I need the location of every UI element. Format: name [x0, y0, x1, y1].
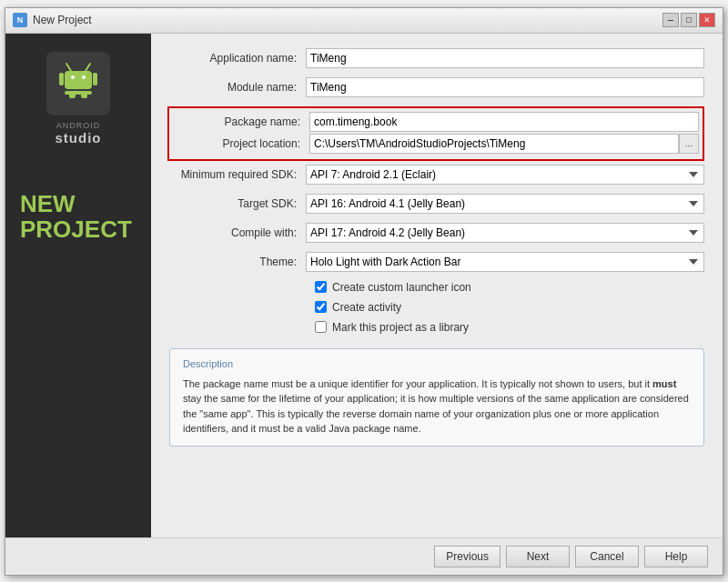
svg-rect-6	[59, 73, 64, 85]
project-location-label: Project location:	[173, 137, 309, 150]
svg-point-1	[71, 75, 75, 79]
checkboxes-area: Create custom launcher icon Create activ…	[315, 281, 704, 334]
svg-rect-8	[69, 91, 76, 98]
app-name-label: Application name:	[169, 52, 306, 65]
svg-line-3	[66, 64, 71, 71]
project-location-row: Project location: ...	[173, 134, 699, 154]
browse-button[interactable]: ...	[679, 134, 699, 154]
launcher-icon-checkbox[interactable]	[315, 281, 327, 293]
package-name-row: Package name:	[173, 112, 699, 132]
min-sdk-label: Minimum required SDK:	[169, 168, 306, 181]
studio-text: ANDROID studio	[56, 121, 102, 146]
description-text-part2: stay the same for the lifetime of your a…	[183, 393, 689, 434]
svg-rect-9	[81, 91, 87, 98]
description-bold: must	[652, 378, 676, 389]
android-robot-icon	[56, 56, 101, 110]
theme-label: Theme:	[169, 256, 306, 268]
module-name-input[interactable]	[306, 77, 704, 97]
highlighted-fields: Package name: Project location: ...	[167, 106, 704, 161]
window-icon: N	[13, 13, 27, 27]
create-activity-label: Create activity	[332, 301, 401, 314]
compile-with-row: Compile with: API 17: Android 4.2 (Jelly…	[169, 223, 704, 243]
svg-rect-7	[93, 73, 97, 85]
cancel-button[interactable]: Cancel	[575, 546, 639, 567]
launcher-icon-row: Create custom launcher icon	[315, 281, 704, 294]
target-sdk-label: Target SDK:	[169, 197, 306, 210]
create-activity-row: Create activity	[315, 301, 704, 314]
studio-label: studio	[56, 130, 102, 146]
module-name-row: Module name:	[169, 77, 704, 97]
module-name-label: Module name:	[169, 81, 306, 94]
main-panel: Application name: Module name: Package n…	[151, 34, 723, 537]
compile-with-select[interactable]: API 17: Android 4.2 (Jelly Bean)	[306, 223, 704, 243]
help-button[interactable]: Help	[644, 546, 708, 567]
previous-button[interactable]: Previous	[434, 546, 500, 567]
compile-with-label: Compile with:	[169, 226, 306, 239]
description-text-part1: The package name must be a unique identi…	[183, 378, 652, 389]
window-title: New Project	[33, 14, 662, 26]
launcher-icon-label: Create custom launcher icon	[332, 281, 471, 294]
theme-row: Theme: Holo Light with Dark Action Bar	[169, 252, 704, 272]
svg-rect-5	[65, 91, 92, 95]
app-name-input[interactable]	[306, 48, 704, 68]
app-name-row: Application name:	[169, 48, 704, 68]
svg-point-2	[82, 75, 86, 79]
android-icon-box	[46, 52, 110, 115]
description-box: Description The package name must be a u…	[169, 348, 704, 447]
svg-rect-0	[65, 71, 92, 89]
project-location-input[interactable]	[309, 134, 679, 154]
button-bar: Previous Next Cancel Help	[5, 537, 723, 575]
content-area: ANDROID studio NEW PROJECT Application n…	[5, 34, 723, 537]
min-sdk-row: Minimum required SDK: API 7: Android 2.1…	[169, 165, 704, 185]
create-activity-checkbox[interactable]	[315, 301, 327, 313]
location-input-wrap: ...	[309, 134, 699, 154]
maximize-button[interactable]: □	[681, 13, 697, 27]
sidebar: ANDROID studio NEW PROJECT	[5, 34, 151, 537]
min-sdk-select[interactable]: API 7: Android 2.1 (Eclair)	[306, 165, 704, 185]
library-checkbox[interactable]	[315, 321, 327, 333]
new-project-dialog: N New Project ─ □ ✕	[5, 7, 723, 576]
target-sdk-row: Target SDK: API 16: Android 4.1 (Jelly B…	[169, 194, 704, 214]
package-name-input[interactable]	[309, 112, 699, 132]
description-title: Description	[183, 358, 691, 369]
minimize-button[interactable]: ─	[662, 13, 679, 27]
theme-select[interactable]: Holo Light with Dark Action Bar	[306, 252, 704, 272]
window-controls: ─ □ ✕	[662, 13, 715, 27]
description-text: The package name must be a unique identi…	[183, 376, 691, 436]
package-name-label: Package name:	[173, 115, 309, 128]
close-button[interactable]: ✕	[699, 13, 715, 27]
android-label: ANDROID	[56, 121, 101, 130]
title-bar: N New Project ─ □ ✕	[5, 8, 723, 34]
next-button[interactable]: Next	[506, 546, 570, 567]
new-project-label: NEW PROJECT	[5, 191, 132, 243]
sidebar-logo: ANDROID studio	[46, 52, 110, 146]
svg-line-4	[86, 64, 90, 71]
target-sdk-select[interactable]: API 16: Android 4.1 (Jelly Bean)	[306, 194, 704, 214]
library-row: Mark this project as a library	[315, 321, 704, 334]
library-label: Mark this project as a library	[332, 321, 469, 334]
